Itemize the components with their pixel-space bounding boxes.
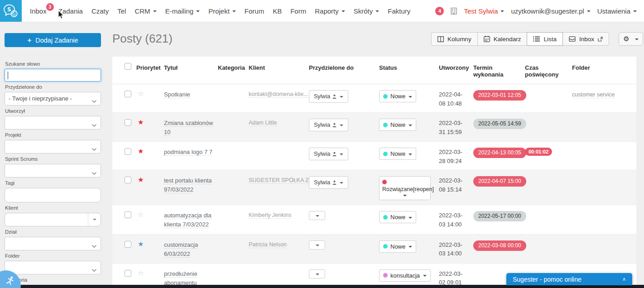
due-date-badge[interactable]: 2022-05-17 00:00 [473, 211, 526, 221]
szukane-s-owo-input[interactable] [5, 69, 101, 82]
navbar-right: 4 Test Sylwia uzytkownik@sugester.pl Ust… [435, 7, 644, 15]
task-title[interactable]: podmiana logo 7 7 [164, 149, 212, 156]
utworzy-select[interactable] [5, 116, 101, 130]
due-date-badge[interactable]: 2022-03-01 12:05 [473, 90, 526, 101]
plus-icon: + [27, 36, 31, 44]
combobox-input[interactable] [5, 213, 88, 226]
assignee-dropdown[interactable] [309, 240, 325, 250]
filter-projekt: Projekt [5, 132, 101, 154]
assignee-dropdown[interactable] [309, 211, 325, 220]
status-dropdown[interactable]: konsultacja [379, 269, 431, 282]
row-checkbox[interactable] [125, 241, 131, 248]
nav-item-raporty[interactable]: Raporty [315, 7, 345, 15]
task-client[interactable]: Adam Little [249, 120, 277, 126]
assignee-dropdown[interactable]: Sylwia [309, 148, 348, 160]
task-title[interactable]: przedłużenie abonamentu 1/03/2022 [164, 270, 197, 285]
nav-item-tel[interactable]: Tel [117, 7, 126, 15]
nav-item-crm[interactable]: CRM [135, 7, 156, 15]
nav-item-zadania[interactable]: Zadania [58, 7, 83, 15]
priority-star[interactable]: ★ [138, 176, 144, 183]
nav-item-e-mailing[interactable]: E-mailing [165, 7, 200, 15]
filter-label: Projekt [5, 132, 101, 138]
status-dropdown[interactable]: Nowe [379, 90, 416, 102]
select-all-checkbox[interactable] [125, 63, 131, 70]
priority-star[interactable]: ☆ [138, 90, 144, 97]
folder-select[interactable] [5, 261, 101, 274]
row-checkbox[interactable] [125, 177, 131, 183]
created-date: 2022-03-03 14:00 [439, 240, 469, 258]
status-dropdown[interactable]: Nowe [379, 211, 416, 223]
row-checkbox[interactable] [125, 270, 131, 277]
priority-star[interactable]: ★ [138, 148, 144, 154]
due-date-badge[interactable]: 2022-04-07 15:00 [473, 176, 526, 187]
combobox-arrow[interactable] [88, 213, 101, 226]
view-toolbar: KolumnyKalendarzListaInbox ⚙ [431, 32, 643, 46]
view-button-lista[interactable]: Lista [527, 32, 563, 46]
add-task-button[interactable]: + Dodaj Zadanie [5, 33, 101, 47]
przydzielone-do-select[interactable]: - Twoje i nieprzypisane - [5, 92, 101, 106]
priority-star[interactable]: ★ [138, 119, 144, 125]
status-dropdown[interactable]: Nowe [379, 119, 416, 131]
person-icon [332, 94, 336, 99]
status-dropdown[interactable]: Nowe [379, 148, 416, 160]
bottom-window-edge [0, 285, 644, 288]
nav-item-projekt[interactable]: Projekt [208, 7, 236, 15]
table-settings-button[interactable]: ⚙ [619, 32, 643, 46]
task-category [218, 235, 249, 245]
nav-item-czaty[interactable]: Czaty [91, 7, 109, 15]
row-checkbox[interactable] [125, 119, 131, 126]
nav-item-faktury[interactable]: Faktury [388, 7, 410, 15]
task-title[interactable]: Spotkanie [164, 91, 190, 98]
row-checkbox[interactable] [125, 91, 131, 97]
task-client[interactable]: Patricia Nelson [249, 241, 287, 248]
sugester-logo[interactable]: S [0, 0, 22, 22]
settings-menu[interactable]: Ustawienia [597, 7, 637, 15]
priority-star[interactable]: ☆ [138, 269, 144, 276]
dzia-select[interactable] [5, 237, 101, 250]
task-title[interactable]: customizacja 6/03/2022 [164, 241, 198, 258]
tagi-input[interactable] [5, 188, 101, 202]
due-date-badge[interactable]: 2022-04-13 00:05 [473, 148, 526, 158]
assignee-dropdown[interactable] [309, 269, 325, 278]
nav-item-forum[interactable]: Forum [245, 7, 264, 15]
user-menu[interactable]: uzytkownik@sugester.pl [511, 7, 590, 15]
status-dot [383, 123, 388, 127]
priority-star[interactable]: ★ [138, 240, 144, 247]
assignee-dropdown[interactable]: Sylwia [309, 119, 348, 131]
folder-link[interactable]: customer service [572, 91, 615, 98]
nav-item-label: Zadania [58, 7, 83, 15]
klient-combobox[interactable] [5, 213, 101, 226]
view-button-label: Kalendarz [494, 36, 521, 43]
task-title[interactable]: Zmiana szablonów 10 [164, 120, 213, 136]
account-menu[interactable]: Test Sylwia [464, 7, 504, 15]
priority-star[interactable]: ☆ [138, 211, 144, 218]
assignee-dropdown[interactable]: Sylwia [309, 176, 348, 189]
chevron-down-icon [635, 38, 639, 40]
due-date-badge[interactable]: 2022-03-08 00:00 [473, 240, 526, 251]
notification-count-badge[interactable]: 4 [435, 7, 444, 15]
task-client[interactable]: kontakt@domena-klie... [249, 91, 308, 98]
task-client[interactable]: SUGESTER SPÓŁKA Z ... [249, 177, 315, 184]
sprint-scrums-select[interactable] [5, 164, 101, 178]
task-title[interactable]: test portalu klienta 97/03/2022 [164, 177, 212, 193]
assignee-dropdown[interactable]: Sylwia [309, 90, 348, 103]
chat-collapse-icon[interactable]: ∧ [622, 276, 626, 282]
status-dropdown[interactable]: Rozwiązane[reopen] [379, 176, 431, 200]
nav-item-form[interactable]: Form [290, 7, 306, 15]
nav-item-skroty[interactable]: Skróty [354, 7, 380, 15]
due-date-badge[interactable]: 2022-05-05 14:59 [473, 119, 526, 129]
status-dropdown[interactable]: Nowe [379, 240, 416, 253]
nav-item-inbox[interactable]: Inbox3 [30, 7, 50, 15]
row-checkbox[interactable] [125, 148, 131, 155]
nav-item-kb[interactable]: KB [273, 7, 282, 15]
chevron-down-icon [340, 154, 343, 155]
help-chat-bar[interactable]: Sugester - pomoc online ∧ [506, 273, 632, 285]
task-title[interactable]: automatyzacja dla klienta 7/03/2022 [164, 212, 211, 228]
projekt-select[interactable] [5, 140, 101, 154]
chevron-down-icon [409, 125, 412, 126]
view-button-kalendarz[interactable]: Kalendarz [477, 32, 528, 46]
row-checkbox[interactable] [125, 211, 131, 218]
view-button-inbox[interactable]: Inbox [562, 32, 609, 46]
task-client[interactable]: Kimberly Jenkins [249, 212, 291, 219]
view-button-kolumny[interactable]: Kolumny [431, 32, 478, 46]
